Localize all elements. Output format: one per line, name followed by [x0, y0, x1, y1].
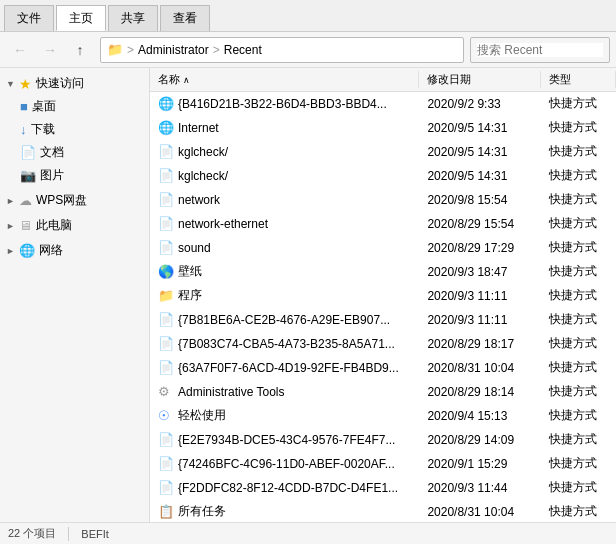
pictures-label: 图片	[40, 167, 64, 184]
table-row[interactable]: 📄 {F2DDFC82-8F12-4CDD-B7DC-D4FE1... 2020…	[150, 476, 616, 500]
toolbar: ← → ↑ 📁 > Administrator > Recent	[0, 32, 616, 68]
sidebar-item-desktop[interactable]: ■ 桌面	[0, 95, 149, 118]
table-row[interactable]: ☉ 轻松使用 2020/9/4 15:13 快捷方式	[150, 404, 616, 428]
file-type-cell: 快捷方式	[541, 430, 616, 449]
file-rows-container: 🌐 {B416D21B-3B22-B6D4-BBD3-BBD4... 2020/…	[150, 92, 616, 522]
tab-view[interactable]: 查看	[160, 5, 210, 31]
file-date-cell: 2020/9/2 9:33	[419, 96, 540, 112]
status-bar: 22 个项目 BEFIt	[0, 522, 616, 544]
file-type-cell: 快捷方式	[541, 238, 616, 257]
main-area: ▼ ★ 快速访问 ■ 桌面 ↓ 下载 📄 文档 📷 图片	[0, 68, 616, 522]
file-name-cell: 📋 所有任务	[150, 502, 419, 521]
file-icon: 📄	[158, 360, 174, 376]
search-box[interactable]	[470, 37, 610, 63]
chevron-network: ►	[6, 246, 15, 256]
table-row[interactable]: 📄 {63A7F0F7-6ACD-4D19-92FE-FB4BD9... 202…	[150, 356, 616, 380]
address-bar[interactable]: 📁 > Administrator > Recent	[100, 37, 464, 63]
file-name-cell: 📄 network	[150, 191, 419, 209]
table-row[interactable]: ⚙ Administrative Tools 2020/8/29 18:14 快…	[150, 380, 616, 404]
sidebar-item-download[interactable]: ↓ 下载	[0, 118, 149, 141]
documents-label: 文档	[40, 144, 64, 161]
file-icon: 📄	[158, 432, 174, 448]
table-row[interactable]: 📄 {E2E7934B-DCE5-43C4-9576-7FE4F7... 202…	[150, 428, 616, 452]
file-name-cell: 📄 {F2DDFC82-8F12-4CDD-B7DC-D4FE1...	[150, 479, 419, 497]
file-type-cell: 快捷方式	[541, 118, 616, 137]
address-icon: 📁	[107, 42, 123, 57]
file-type-cell: 快捷方式	[541, 286, 616, 305]
chevron-thispc: ►	[6, 221, 15, 231]
sidebar: ▼ ★ 快速访问 ■ 桌面 ↓ 下载 📄 文档 📷 图片	[0, 68, 150, 522]
sidebar-item-pictures[interactable]: 📷 图片	[0, 164, 149, 187]
sidebar-group-network[interactable]: ► 🌐 网络	[0, 239, 149, 262]
sidebar-group-wps[interactable]: ► ☁ WPS网盘	[0, 189, 149, 212]
table-row[interactable]: 📄 kglcheck/ 2020/9/5 14:31 快捷方式	[150, 140, 616, 164]
pc-icon: 🖥	[19, 218, 32, 233]
address-path-recent: Recent	[224, 43, 262, 57]
tab-file[interactable]: 文件	[4, 5, 54, 31]
col-header-date[interactable]: 修改日期	[419, 71, 540, 88]
back-button[interactable]: ←	[6, 36, 34, 64]
sidebar-section-network: ► 🌐 网络	[0, 239, 149, 262]
sidebar-group-quickaccess[interactable]: ▼ ★ 快速访问	[0, 72, 149, 95]
file-date-cell: 2020/8/29 14:09	[419, 432, 540, 448]
col-header-type[interactable]: 类型	[541, 71, 616, 88]
file-date-cell: 2020/9/3 11:11	[419, 312, 540, 328]
search-input[interactable]	[477, 43, 603, 57]
network-icon: 🌐	[19, 243, 35, 258]
file-date-cell: 2020/8/31 10:04	[419, 504, 540, 520]
quickaccess-label: 快速访问	[36, 75, 84, 92]
address-path-admin: Administrator	[138, 43, 209, 57]
file-name-cell: 🌐 Internet	[150, 119, 419, 137]
table-row[interactable]: 📄 network-ethernet 2020/8/29 15:54 快捷方式	[150, 212, 616, 236]
sidebar-group-thispc[interactable]: ► 🖥 此电脑	[0, 214, 149, 237]
file-name-cell: 📄 {E2E7934B-DCE5-43C4-9576-7FE4F7...	[150, 431, 419, 449]
file-type-cell: 快捷方式	[541, 190, 616, 209]
file-name-cell: ⚙ Administrative Tools	[150, 383, 419, 401]
table-row[interactable]: 🌐 Internet 2020/9/5 14:31 快捷方式	[150, 116, 616, 140]
table-row[interactable]: 📋 所有任务 2020/8/31 10:04 快捷方式	[150, 500, 616, 522]
download-label: 下载	[31, 121, 55, 138]
status-extra: BEFIt	[81, 528, 109, 540]
file-name-cell: ☉ 轻松使用	[150, 406, 419, 425]
table-row[interactable]: 📄 {7B81BE6A-CE2B-4676-A29E-EB907... 2020…	[150, 308, 616, 332]
file-icon: 📄	[158, 144, 174, 160]
file-name-cell: 📄 {63A7F0F7-6ACD-4D19-92FE-FB4BD9...	[150, 359, 419, 377]
sidebar-item-documents[interactable]: 📄 文档	[0, 141, 149, 164]
file-date-cell: 2020/9/1 15:29	[419, 456, 540, 472]
table-row[interactable]: 🌐 {B416D21B-3B22-B6D4-BBD3-BBD4... 2020/…	[150, 92, 616, 116]
file-icon: ☉	[158, 408, 174, 424]
forward-button[interactable]: →	[36, 36, 64, 64]
file-type-cell: 快捷方式	[541, 334, 616, 353]
star-icon: ★	[19, 76, 32, 92]
table-row[interactable]: 📄 sound 2020/8/29 17:29 快捷方式	[150, 236, 616, 260]
tab-home[interactable]: 主页	[56, 5, 106, 31]
cloud-icon: ☁	[19, 193, 32, 208]
table-row[interactable]: 📄 kglcheck/ 2020/9/5 14:31 快捷方式	[150, 164, 616, 188]
table-row[interactable]: 📁 程序 2020/9/3 11:11 快捷方式	[150, 284, 616, 308]
file-type-cell: 快捷方式	[541, 478, 616, 497]
table-row[interactable]: 📄 {74246BFC-4C96-11D0-ABEF-0020AF... 202…	[150, 452, 616, 476]
sidebar-section-quickaccess: ▼ ★ 快速访问 ■ 桌面 ↓ 下载 📄 文档 📷 图片	[0, 72, 149, 187]
col-header-name[interactable]: 名称 ∧	[150, 71, 419, 88]
table-row[interactable]: 📄 network 2020/9/8 15:54 快捷方式	[150, 188, 616, 212]
network-label: 网络	[39, 242, 63, 259]
table-row[interactable]: 🌎 壁纸 2020/9/3 18:47 快捷方式	[150, 260, 616, 284]
file-name-cell: 📄 kglcheck/	[150, 143, 419, 161]
table-row[interactable]: 📄 {7B083C74-CBA5-4A73-B235-8A5A71... 202…	[150, 332, 616, 356]
tab-bar: 文件 主页 共享 查看	[4, 0, 212, 31]
file-type-cell: 快捷方式	[541, 214, 616, 233]
file-type-cell: 快捷方式	[541, 406, 616, 425]
download-icon: ↓	[20, 122, 27, 137]
file-date-cell: 2020/9/5 14:31	[419, 168, 540, 184]
thispc-label: 此电脑	[36, 217, 72, 234]
file-icon: 📄	[158, 240, 174, 256]
file-date-cell: 2020/8/29 18:14	[419, 384, 540, 400]
file-type-cell: 快捷方式	[541, 454, 616, 473]
file-list: 名称 ∧ 修改日期 类型 🌐 {B416D21B-3B22-B6D4-BBD3-…	[150, 68, 616, 522]
file-icon: 🌐	[158, 96, 174, 112]
file-icon: 🌎	[158, 264, 174, 280]
up-button[interactable]: ↑	[66, 36, 94, 64]
wps-label: WPS网盘	[36, 192, 87, 209]
file-date-cell: 2020/9/3 11:11	[419, 288, 540, 304]
tab-share[interactable]: 共享	[108, 5, 158, 31]
